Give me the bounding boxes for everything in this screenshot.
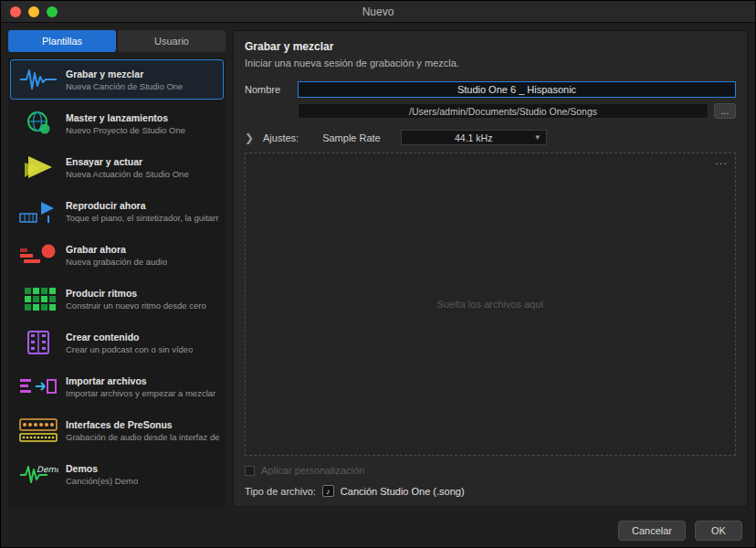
item-title: Demos — [66, 463, 138, 474]
template-list: Grabar y mezclar Nueva Canción de Studio… — [8, 58, 226, 507]
item-title: Ensayar y actuar — [66, 156, 189, 167]
item-subtitle: Nueva Actuación de Studio One — [66, 169, 189, 179]
song-name-input[interactable] — [298, 81, 736, 98]
apply-customization-checkbox[interactable] — [245, 466, 255, 476]
template-sidebar: Plantillas Usuario Grabar y mezclar Nuev… — [8, 30, 226, 507]
cancel-button[interactable]: Cancelar — [618, 521, 686, 541]
panel-description: Iniciar una nueva sesión de grabación y … — [245, 58, 736, 68]
item-title: Producir ritmos — [66, 288, 206, 299]
film-strip-icon — [15, 329, 62, 356]
tab-plantillas[interactable]: Plantillas — [8, 30, 116, 52]
instruments-icon — [15, 197, 62, 225]
name-label: Nombre — [245, 84, 289, 95]
import-files-icon — [15, 373, 62, 400]
waveform-icon — [15, 66, 62, 93]
item-title: Interfaces de PreSonus — [66, 419, 219, 430]
record-icon — [15, 241, 62, 269]
browse-path-button[interactable]: ... — [714, 103, 736, 119]
list-item-ensayar-y-actuar[interactable]: Ensayar y actuar Nueva Actuación de Stud… — [10, 147, 224, 187]
item-title: Grabar y mezclar — [66, 68, 183, 79]
ok-button[interactable]: OK — [695, 521, 742, 541]
item-subtitle: Nueva grabación de audio — [66, 257, 167, 267]
item-subtitle: Canción(es) Demo — [66, 476, 138, 486]
template-detail-panel: Grabar y mezclar Iniciar una nueva sesió… — [233, 30, 748, 507]
globe-icon — [15, 110, 62, 137]
apply-customization-label: Aplicar personalización — [261, 465, 364, 476]
dropzone-menu-button[interactable]: ... — [715, 153, 728, 167]
list-item-reproducir-ahora[interactable]: Reproducir ahora Toque el piano, el sint… — [10, 191, 224, 231]
save-path-field[interactable]: /Users/admin/Documents/Studio One/Songs — [298, 103, 709, 119]
list-item-crear-contenido[interactable]: Crear contenido Crear un podcast con o s… — [10, 322, 224, 363]
play-triangle-icon — [15, 153, 62, 181]
song-file-icon: ♪ — [322, 485, 334, 497]
item-title: Importar archivos — [66, 375, 215, 386]
list-item-importar-archivos[interactable]: Importar archivos Importar archivos y em… — [10, 366, 224, 406]
item-title: Grabar ahora — [66, 244, 167, 255]
titlebar: Nuevo — [1, 1, 755, 23]
tab-usuario[interactable]: Usuario — [118, 30, 226, 52]
sample-rate-value: 44.1 kHz — [402, 132, 546, 143]
item-subtitle: Grabación de audio desde la interfaz de … — [66, 432, 219, 442]
drum-pads-icon — [15, 285, 62, 312]
sample-rate-label: Sample Rate — [322, 132, 381, 143]
filetype-label: Tipo de archivo: — [245, 486, 316, 497]
panel-title: Grabar y mezclar — [245, 40, 736, 53]
settings-label: Ajustes: — [263, 132, 299, 143]
item-subtitle: Crear un podcast con o sin vídeo — [66, 344, 193, 354]
filetype-value[interactable]: Canción Studio One (.song) — [341, 486, 465, 497]
item-subtitle: Nueva Canción de Studio One — [66, 81, 183, 91]
demo-waveform-icon: Demo — [15, 460, 62, 488]
list-item-demos[interactable]: Demo Demos Canción(es) Demo — [10, 454, 224, 494]
list-item-grabar-ahora[interactable]: Grabar ahora Nueva grabación de audio — [10, 235, 224, 275]
item-subtitle: Nuevo Proyecto de Studio One — [66, 125, 185, 135]
list-item-interfaces-presonus[interactable]: Interfaces de PreSonus Grabación de audi… — [10, 410, 224, 450]
chevron-down-icon: ▼ — [534, 133, 541, 142]
settings-disclosure-icon[interactable]: ❯ — [245, 132, 256, 144]
sample-rate-dropdown[interactable]: 44.1 kHz ▼ — [401, 130, 547, 145]
item-subtitle: Construir un nuevo ritmo desde cero — [66, 300, 206, 311]
dialog-footer: Cancelar OK — [1, 514, 755, 547]
list-item-producir-ritmos[interactable]: Producir ritmos Construir un nuevo ritmo… — [10, 279, 224, 319]
item-title: Reproducir ahora — [66, 200, 219, 211]
item-subtitle: Toque el piano, el sintetizador, la guit… — [66, 213, 219, 223]
file-dropzone[interactable]: Suelta los archivos aquí ... — [245, 153, 736, 456]
window-title: Nuevo — [1, 5, 755, 18]
item-subtitle: Importar archivos y empezar a mezclar — [66, 388, 215, 398]
audio-interface-icon — [15, 416, 62, 444]
item-title: Crear contenido — [66, 332, 193, 342]
list-item-master-y-lanzamientos[interactable]: Master y lanzamientos Nuevo Proyecto de … — [10, 103, 224, 143]
list-item-grabar-y-mezclar[interactable]: Grabar y mezclar Nueva Canción de Studio… — [10, 59, 224, 100]
svg-text:Demo: Demo — [37, 465, 58, 474]
dropzone-hint: Suelta los archivos aquí — [437, 299, 544, 310]
item-title: Master y lanzamientos — [66, 112, 185, 123]
new-song-dialog: Nuevo Plantillas Usuario Grabar y mezcla… — [0, 0, 756, 548]
